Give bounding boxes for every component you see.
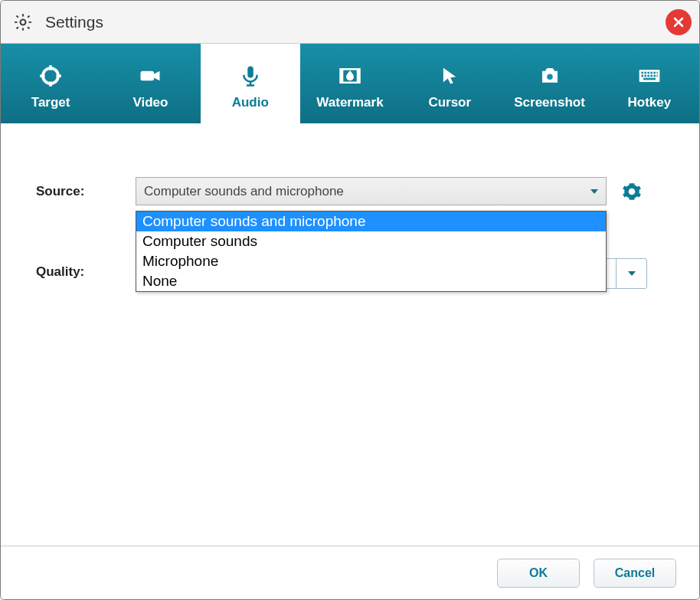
window-title: Settings xyxy=(45,13,103,31)
tab-label: Audio xyxy=(232,95,269,110)
tab-label: Screenshot xyxy=(514,95,585,110)
source-option[interactable]: None xyxy=(136,271,606,291)
titlebar: Settings xyxy=(1,1,699,44)
svg-rect-14 xyxy=(357,69,360,83)
tab-audio[interactable]: Audio xyxy=(201,44,300,123)
chevron-down-icon xyxy=(616,259,646,288)
tab-label: Video xyxy=(132,95,168,110)
watermark-icon xyxy=(337,63,363,89)
tab-target[interactable]: Target xyxy=(1,44,100,123)
source-option[interactable]: Microphone xyxy=(136,251,606,271)
quality-label: Quality: xyxy=(36,264,84,280)
tab-cursor[interactable]: Cursor xyxy=(400,44,499,123)
source-option[interactable]: Computer sounds xyxy=(136,231,606,251)
cancel-button[interactable]: Cancel xyxy=(594,559,676,588)
source-label: Source: xyxy=(36,184,136,199)
microphone-icon xyxy=(237,63,263,89)
svg-rect-17 xyxy=(641,72,643,74)
settings-window: Settings Target Video xyxy=(0,0,700,600)
svg-point-3 xyxy=(43,68,58,84)
source-settings-button[interactable] xyxy=(620,180,643,203)
ok-button[interactable]: OK xyxy=(497,559,580,588)
keyboard-icon xyxy=(636,63,662,89)
tab-hotkey[interactable]: Hotkey xyxy=(600,44,699,123)
svg-rect-13 xyxy=(340,69,343,83)
source-dropdown[interactable]: Computer sounds and microphone xyxy=(136,177,607,205)
source-dropdown-value: Computer sounds and microphone xyxy=(144,184,344,199)
svg-rect-22 xyxy=(656,72,657,74)
svg-rect-19 xyxy=(647,72,649,74)
audio-panel: Source: Computer sounds and microphone Q… xyxy=(1,123,699,546)
chevron-down-icon xyxy=(590,189,598,194)
tab-screenshot[interactable]: Screenshot xyxy=(499,44,599,123)
svg-rect-26 xyxy=(650,75,653,77)
source-row: Source: Computer sounds and microphone xyxy=(36,177,676,205)
svg-point-0 xyxy=(21,19,26,25)
svg-rect-9 xyxy=(247,67,254,78)
tab-label: Watermark xyxy=(316,95,383,110)
svg-rect-27 xyxy=(653,75,656,77)
svg-rect-25 xyxy=(647,75,649,77)
svg-rect-20 xyxy=(650,72,653,74)
cursor-icon xyxy=(437,63,463,89)
svg-rect-29 xyxy=(643,78,656,80)
dialog-footer: OK Cancel xyxy=(1,546,699,599)
tab-video[interactable]: Video xyxy=(100,44,200,123)
tab-label: Target xyxy=(31,95,70,110)
tab-bar: Target Video Audio xyxy=(1,44,699,123)
video-icon xyxy=(137,63,163,89)
svg-rect-24 xyxy=(644,75,646,77)
gear-icon xyxy=(11,11,34,34)
close-button[interactable] xyxy=(666,9,692,35)
camera-icon xyxy=(537,63,563,89)
svg-rect-28 xyxy=(656,75,657,77)
svg-point-15 xyxy=(547,74,553,80)
svg-rect-21 xyxy=(653,72,656,74)
tab-label: Cursor xyxy=(428,95,471,110)
source-option[interactable]: Computer sounds and microphone xyxy=(136,211,606,231)
target-icon xyxy=(38,63,64,89)
source-dropdown-list: Computer sounds and microphone Computer … xyxy=(136,211,607,292)
svg-rect-8 xyxy=(141,71,155,81)
svg-rect-18 xyxy=(644,72,646,74)
svg-rect-23 xyxy=(641,75,643,77)
tab-watermark[interactable]: Watermark xyxy=(300,44,400,123)
tab-label: Hotkey xyxy=(627,95,671,110)
